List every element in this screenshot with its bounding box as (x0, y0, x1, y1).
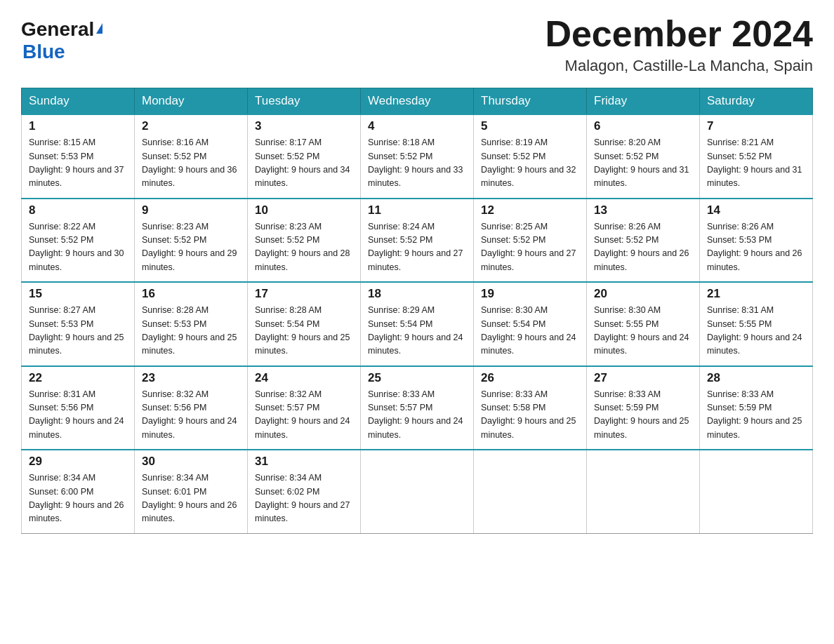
day-number: 30 (142, 455, 240, 469)
day-number: 7 (707, 119, 805, 133)
calendar-cell: 3Sunrise: 8:17 AMSunset: 5:52 PMDaylight… (248, 114, 361, 199)
day-info: Sunrise: 8:33 AMSunset: 5:59 PMDaylight:… (594, 389, 689, 440)
day-number: 11 (368, 203, 466, 217)
calendar-cell: 1Sunrise: 8:15 AMSunset: 5:53 PMDaylight… (22, 114, 135, 199)
day-number: 12 (481, 203, 579, 217)
header-monday: Monday (135, 88, 248, 115)
header-tuesday: Tuesday (248, 88, 361, 115)
header-thursday: Thursday (474, 88, 587, 115)
day-number: 22 (29, 371, 127, 385)
day-info: Sunrise: 8:25 AMSunset: 5:52 PMDaylight:… (481, 222, 576, 272)
calendar-cell: 15Sunrise: 8:27 AMSunset: 5:53 PMDayligh… (22, 282, 135, 366)
header-wednesday: Wednesday (361, 88, 474, 115)
calendar-cell: 2Sunrise: 8:16 AMSunset: 5:52 PMDaylight… (135, 114, 248, 199)
calendar-cell: 4Sunrise: 8:18 AMSunset: 5:52 PMDaylight… (361, 114, 474, 199)
calendar-cell (474, 450, 587, 533)
day-info: Sunrise: 8:27 AMSunset: 5:53 PMDaylight:… (29, 305, 124, 356)
calendar-cell: 19Sunrise: 8:30 AMSunset: 5:54 PMDayligh… (474, 282, 587, 366)
day-info: Sunrise: 8:23 AMSunset: 5:52 PMDaylight:… (255, 222, 350, 272)
logo-general-text: General (21, 18, 94, 41)
day-number: 2 (142, 119, 240, 133)
calendar-cell: 18Sunrise: 8:29 AMSunset: 5:54 PMDayligh… (361, 282, 474, 366)
day-info: Sunrise: 8:33 AMSunset: 5:59 PMDaylight:… (707, 389, 802, 440)
day-info: Sunrise: 8:15 AMSunset: 5:53 PMDaylight:… (29, 137, 124, 188)
calendar-cell: 10Sunrise: 8:23 AMSunset: 5:52 PMDayligh… (248, 199, 361, 283)
day-number: 6 (594, 119, 692, 133)
calendar-week-2: 8Sunrise: 8:22 AMSunset: 5:52 PMDaylight… (22, 199, 813, 283)
calendar-cell: 24Sunrise: 8:32 AMSunset: 5:57 PMDayligh… (248, 366, 361, 450)
day-number: 16 (142, 287, 240, 301)
calendar-week-3: 15Sunrise: 8:27 AMSunset: 5:53 PMDayligh… (22, 282, 813, 366)
logo-blue-text: Blue (22, 41, 65, 62)
day-info: Sunrise: 8:20 AMSunset: 5:52 PMDaylight:… (594, 137, 689, 188)
day-number: 5 (481, 119, 579, 133)
day-info: Sunrise: 8:34 AMSunset: 6:00 PMDaylight:… (29, 473, 124, 523)
day-info: Sunrise: 8:16 AMSunset: 5:52 PMDaylight:… (142, 137, 237, 188)
calendar-week-4: 22Sunrise: 8:31 AMSunset: 5:56 PMDayligh… (22, 366, 813, 450)
calendar-cell: 11Sunrise: 8:24 AMSunset: 5:52 PMDayligh… (361, 199, 474, 283)
day-info: Sunrise: 8:31 AMSunset: 5:56 PMDaylight:… (29, 389, 124, 440)
day-info: Sunrise: 8:30 AMSunset: 5:54 PMDaylight:… (481, 305, 576, 356)
page-header: General Blue December 2024 Malagon, Cast… (21, 14, 813, 75)
page-title: December 2024 (545, 14, 813, 54)
day-number: 27 (594, 371, 692, 385)
calendar-week-1: 1Sunrise: 8:15 AMSunset: 5:53 PMDaylight… (22, 114, 813, 199)
header-saturday: Saturday (700, 88, 813, 115)
day-number: 25 (368, 371, 466, 385)
header-friday: Friday (587, 88, 700, 115)
day-info: Sunrise: 8:21 AMSunset: 5:52 PMDaylight:… (707, 137, 802, 188)
day-number: 23 (142, 371, 240, 385)
calendar-cell: 6Sunrise: 8:20 AMSunset: 5:52 PMDaylight… (587, 114, 700, 199)
day-info: Sunrise: 8:26 AMSunset: 5:53 PMDaylight:… (707, 222, 802, 272)
day-number: 3 (255, 119, 353, 133)
calendar-cell: 22Sunrise: 8:31 AMSunset: 5:56 PMDayligh… (22, 366, 135, 450)
day-number: 21 (707, 287, 805, 301)
day-number: 31 (255, 455, 353, 469)
page-subtitle: Malagon, Castille-La Mancha, Spain (545, 57, 813, 75)
day-info: Sunrise: 8:18 AMSunset: 5:52 PMDaylight:… (368, 137, 463, 188)
day-number: 13 (594, 203, 692, 217)
calendar-cell: 5Sunrise: 8:19 AMSunset: 5:52 PMDaylight… (474, 114, 587, 199)
calendar-cell: 13Sunrise: 8:26 AMSunset: 5:52 PMDayligh… (587, 199, 700, 283)
calendar-cell: 9Sunrise: 8:23 AMSunset: 5:52 PMDaylight… (135, 199, 248, 283)
day-number: 4 (368, 119, 466, 133)
calendar-cell: 21Sunrise: 8:31 AMSunset: 5:55 PMDayligh… (700, 282, 813, 366)
header-sunday: Sunday (22, 88, 135, 115)
day-info: Sunrise: 8:33 AMSunset: 5:57 PMDaylight:… (368, 389, 463, 440)
calendar-header-row: SundayMondayTuesdayWednesdayThursdayFrid… (22, 88, 813, 115)
calendar-cell: 17Sunrise: 8:28 AMSunset: 5:54 PMDayligh… (248, 282, 361, 366)
day-info: Sunrise: 8:34 AMSunset: 6:02 PMDaylight:… (255, 473, 350, 523)
day-number: 29 (29, 455, 127, 469)
day-info: Sunrise: 8:26 AMSunset: 5:52 PMDaylight:… (594, 222, 689, 272)
calendar-cell: 27Sunrise: 8:33 AMSunset: 5:59 PMDayligh… (587, 366, 700, 450)
calendar-cell: 25Sunrise: 8:33 AMSunset: 5:57 PMDayligh… (361, 366, 474, 450)
calendar-cell (587, 450, 700, 533)
day-number: 8 (29, 203, 127, 217)
calendar-week-5: 29Sunrise: 8:34 AMSunset: 6:00 PMDayligh… (22, 450, 813, 533)
day-info: Sunrise: 8:31 AMSunset: 5:55 PMDaylight:… (707, 305, 802, 356)
calendar-cell: 26Sunrise: 8:33 AMSunset: 5:58 PMDayligh… (474, 366, 587, 450)
calendar-cell: 29Sunrise: 8:34 AMSunset: 6:00 PMDayligh… (22, 450, 135, 533)
day-info: Sunrise: 8:28 AMSunset: 5:54 PMDaylight:… (255, 305, 350, 356)
calendar-cell: 23Sunrise: 8:32 AMSunset: 5:56 PMDayligh… (135, 366, 248, 450)
calendar-cell: 20Sunrise: 8:30 AMSunset: 5:55 PMDayligh… (587, 282, 700, 366)
logo: General Blue (21, 18, 102, 63)
day-number: 20 (594, 287, 692, 301)
day-info: Sunrise: 8:23 AMSunset: 5:52 PMDaylight:… (142, 222, 237, 272)
calendar-cell: 8Sunrise: 8:22 AMSunset: 5:52 PMDaylight… (22, 199, 135, 283)
calendar-cell: 16Sunrise: 8:28 AMSunset: 5:53 PMDayligh… (135, 282, 248, 366)
day-number: 18 (368, 287, 466, 301)
calendar-table: SundayMondayTuesdayWednesdayThursdayFrid… (21, 88, 813, 534)
logo-triangle-icon (96, 23, 102, 34)
day-info: Sunrise: 8:33 AMSunset: 5:58 PMDaylight:… (481, 389, 576, 440)
day-info: Sunrise: 8:22 AMSunset: 5:52 PMDaylight:… (29, 222, 124, 272)
calendar-cell: 31Sunrise: 8:34 AMSunset: 6:02 PMDayligh… (248, 450, 361, 533)
day-info: Sunrise: 8:19 AMSunset: 5:52 PMDaylight:… (481, 137, 576, 188)
calendar-cell: 7Sunrise: 8:21 AMSunset: 5:52 PMDaylight… (700, 114, 813, 199)
day-number: 17 (255, 287, 353, 301)
day-number: 10 (255, 203, 353, 217)
calendar-cell: 28Sunrise: 8:33 AMSunset: 5:59 PMDayligh… (700, 366, 813, 450)
day-info: Sunrise: 8:28 AMSunset: 5:53 PMDaylight:… (142, 305, 237, 356)
day-number: 9 (142, 203, 240, 217)
day-number: 19 (481, 287, 579, 301)
